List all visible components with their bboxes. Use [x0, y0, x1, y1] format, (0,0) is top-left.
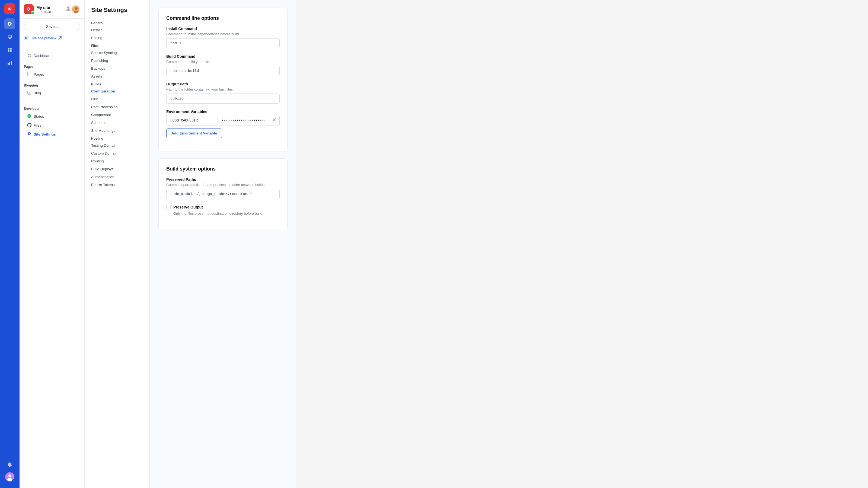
- branch-icon: ⋮⋮: [36, 10, 43, 13]
- sidebar-divider: [20, 46, 84, 46]
- svg-rect-4: [26, 6, 32, 12]
- build-command-label: Build Command: [166, 54, 280, 59]
- pages-icon: [27, 72, 31, 77]
- settings-nav-build-deploys[interactable]: Build Deploys: [85, 165, 150, 173]
- grid-icon-btn[interactable]: [4, 44, 15, 55]
- app-logo[interactable]: [4, 3, 15, 14]
- settings-nav-i18n[interactable]: I18n: [85, 95, 150, 103]
- nav-item-dashboard[interactable]: Dashboard: [24, 52, 80, 60]
- nav-item-pages[interactable]: Pages: [24, 70, 80, 78]
- sidebar-header: My site ⋮⋮ main: [20, 0, 84, 19]
- svg-point-6: [75, 7, 78, 10]
- icon-bar: [0, 0, 20, 488]
- output-path-group: Output Path Path to the folder containin…: [166, 82, 280, 104]
- env-key-input[interactable]: [166, 116, 218, 125]
- settings-nav-authentication[interactable]: Authentication: [85, 173, 150, 181]
- nav-developer-title: Developer: [24, 107, 80, 110]
- env-delete-button[interactable]: [269, 115, 279, 126]
- settings-nav-routing[interactable]: Routing: [85, 157, 150, 165]
- env-val-input[interactable]: [218, 116, 269, 125]
- add-env-button[interactable]: Add Environment Variable: [166, 129, 222, 138]
- blog-icon: [27, 91, 31, 96]
- monitor-icon-btn[interactable]: [4, 31, 15, 42]
- settings-section-builds: Builds: [85, 80, 150, 87]
- build-command-group: Build Command Command to build your site…: [166, 54, 280, 76]
- preserved-paths-input[interactable]: [166, 189, 280, 199]
- build-system-card: Build system options Preserved Paths Com…: [158, 158, 287, 229]
- settings-nav-post-processing[interactable]: Post Processing: [85, 103, 150, 111]
- command-line-title: Command line options: [166, 15, 280, 21]
- nav-section-pages: Pages Pages: [20, 62, 84, 80]
- build-command-input[interactable]: [166, 66, 280, 76]
- header-avatar[interactable]: [71, 5, 80, 13]
- settings-nav-source-syncing[interactable]: Source Syncing: [85, 49, 150, 57]
- settings-nav-compressor[interactable]: Compressor: [85, 111, 150, 119]
- dashboard-icon: [27, 53, 31, 58]
- github-icon: [27, 123, 31, 128]
- install-command-desc: Command to install dependencies before b…: [166, 32, 280, 36]
- install-command-group: Install Command Command to install depen…: [166, 27, 280, 48]
- svg-point-2: [8, 475, 11, 477]
- preserved-paths-desc: Comma separated list of path prefixes to…: [166, 183, 280, 187]
- settings-section-files: Files: [85, 42, 150, 49]
- env-vars-label: Environment Variables: [166, 109, 280, 114]
- settings-title: Site Settings: [85, 6, 150, 19]
- people-icon: [66, 6, 71, 12]
- nav-item-files[interactable]: Files: [24, 121, 80, 130]
- build-command-desc: Command to build your site.: [166, 60, 280, 64]
- output-path-input[interactable]: [166, 94, 280, 104]
- settings-content: Command line options Install Command Com…: [150, 0, 296, 488]
- sidebar-divider-2: [20, 101, 84, 101]
- preserve-output-group: Preserve Output Only the files present a…: [166, 205, 280, 216]
- command-line-card: Command line options Install Command Com…: [158, 8, 287, 152]
- site-name: My site: [36, 5, 51, 10]
- settings-nav-site-mountings[interactable]: Site Mountings: [85, 127, 150, 134]
- env-vars-group: Environment Variables Add Environment Va…: [166, 109, 280, 138]
- settings-nav-custom-domain[interactable]: Custom Domain: [85, 150, 150, 157]
- preserve-output-desc: Only the files present at destination di…: [173, 212, 280, 216]
- svg-point-3: [7, 478, 12, 481]
- settings-nav-assets[interactable]: Assets: [85, 72, 150, 80]
- site-logo: [24, 4, 34, 14]
- nav-item-site-settings[interactable]: Site Settings: [24, 130, 80, 138]
- preserve-output-checkbox[interactable]: [166, 205, 170, 209]
- output-path-desc: Path to the folder containing your built…: [166, 87, 280, 91]
- settings-nav-editing[interactable]: Editing: [85, 34, 150, 42]
- svg-point-10: [26, 37, 27, 38]
- settings-nav: Site Settings General Details Editing Fi…: [85, 0, 150, 488]
- left-sidebar: My site ⋮⋮ main Save...: [20, 0, 85, 488]
- save-button[interactable]: Save...: [24, 22, 80, 31]
- build-system-title: Build system options: [166, 166, 280, 172]
- preserve-output-label: Preserve Output: [173, 205, 203, 209]
- settings-nav-configuration[interactable]: Configuration: [85, 87, 150, 95]
- preserved-paths-group: Preserved Paths Comma separated list of …: [166, 177, 280, 199]
- nav-section-developer: Developer Status Files: [20, 104, 84, 140]
- settings-nav-icon: [27, 132, 31, 137]
- install-command-input[interactable]: [166, 38, 280, 48]
- env-row: [166, 115, 280, 126]
- site-branch: ⋮⋮ main: [36, 10, 51, 13]
- settings-nav-schedule[interactable]: Schedule: [85, 119, 150, 127]
- header-avatars: [66, 5, 80, 13]
- chart-icon-btn[interactable]: [4, 58, 15, 68]
- settings-layout: Site Settings General Details Editing Fi…: [85, 0, 296, 488]
- settings-nav-testing-domain[interactable]: Testing Domain: [85, 141, 150, 150]
- nav-blogging-title: Blogging: [24, 84, 80, 87]
- settings-nav-bearer-tokens[interactable]: Bearer Tokens: [85, 181, 150, 189]
- install-command-label: Install Command: [166, 27, 280, 31]
- settings-nav-details[interactable]: Details: [85, 26, 150, 34]
- live-preview-link[interactable]: Live site preview: [24, 35, 80, 40]
- settings-nav-publishing[interactable]: Publishing: [85, 57, 150, 65]
- site-info: My site ⋮⋮ main: [24, 4, 51, 14]
- settings-section-hosting: Hosting: [85, 134, 150, 141]
- nav-section-dashboard: Dashboard: [20, 48, 84, 62]
- preserve-output-row: Preserve Output: [166, 205, 280, 209]
- settings-icon-btn[interactable]: [4, 19, 15, 29]
- status-icon: [27, 114, 31, 119]
- bell-icon-btn[interactable]: [4, 459, 15, 470]
- nav-item-status[interactable]: Status: [24, 112, 80, 121]
- nav-section-blogging: Blogging Blog: [20, 80, 84, 99]
- nav-item-blog[interactable]: Blog: [24, 89, 80, 97]
- user-avatar[interactable]: [5, 472, 14, 482]
- settings-nav-backups[interactable]: Backups: [85, 65, 150, 72]
